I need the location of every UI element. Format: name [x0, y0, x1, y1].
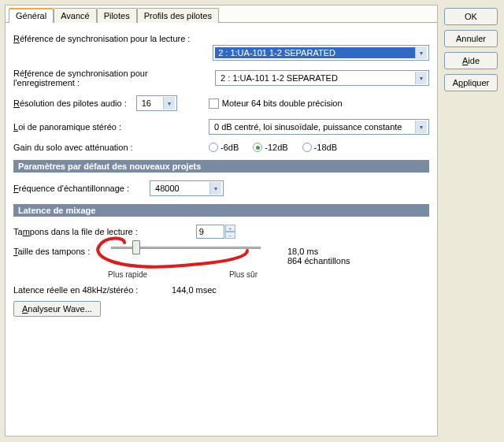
sample-rate-select[interactable]: 48000 ▾	[150, 180, 224, 196]
sample-rate-value: 48000	[152, 183, 209, 194]
cancel-button[interactable]: Annuler	[444, 30, 498, 47]
tab-general-label: Général	[16, 11, 46, 20]
spinner-up-icon[interactable]: +	[225, 225, 235, 232]
main-panel: Général Avancé Pilotes Profils des pilot…	[5, 5, 438, 436]
radio-minus12-label: -12dB	[265, 143, 287, 152]
record-sync-select[interactable]: 2 : 1:UA-101 1-2 SEPARATED ▾	[215, 70, 429, 86]
buffer-size-label: Taille des tampons :	[13, 247, 106, 256]
driver-resolution-value: 16	[139, 98, 163, 109]
radio-minus6[interactable]: -6dB	[209, 143, 239, 152]
buffers-input[interactable]	[196, 225, 224, 239]
tab-advanced-label: Avancé	[61, 11, 90, 20]
buffers-spinner[interactable]: + −	[225, 225, 235, 239]
driver-resolution-label: Résolution des pilotes audio :	[13, 98, 127, 108]
pan-law-value: 0 dB centré, loi sinusoïdale, puissance …	[211, 121, 415, 132]
content-area: Référence de synchronisation pour la lec…	[6, 23, 437, 323]
engine-64bit-label: Moteur 64 bits double précision	[222, 98, 343, 108]
dropdown-icon: ▾	[415, 72, 427, 84]
pan-law-select[interactable]: 0 dB centré, loi sinusoïdale, puissance …	[209, 119, 429, 135]
radio-dot-icon	[302, 143, 312, 152]
latency-ms: 18,0 ms	[287, 247, 350, 256]
apply-button[interactable]: Appliquer	[444, 74, 498, 91]
dropdown-icon: ▾	[415, 46, 427, 59]
dropdown-icon: ▾	[163, 97, 175, 110]
spinner-down-icon[interactable]: −	[225, 232, 235, 239]
radio-dot-icon	[209, 143, 218, 152]
tab-drivers[interactable]: Pilotes	[97, 8, 137, 23]
section-defaults: Paramètres par défaut des nouveaux proje…	[13, 160, 429, 173]
playback-sync-select[interactable]: 2 : 1:UA-101 1-2 SEPARATED ▾	[213, 45, 429, 61]
buffer-size-slider[interactable]	[111, 247, 261, 249]
pan-law-label: Loi de panoramique stéréo :	[13, 122, 121, 132]
driver-resolution-select[interactable]: 16 ▾	[136, 95, 177, 111]
record-sync-value: 2 : 1:UA-101 1-2 SEPARATED	[217, 72, 415, 84]
ok-label: OK	[465, 12, 477, 21]
playback-sync-label: Référence de synchronisation pour la lec…	[13, 34, 190, 43]
real-latency-label: Latence réelle en 48kHz/stéréo :	[13, 285, 167, 295]
tab-drivers-label: Pilotes	[104, 11, 130, 20]
slider-faster-label: Plus rapide	[108, 270, 147, 279]
side-buttons: OK Annuler Aide Appliquer	[444, 8, 498, 91]
help-button[interactable]: Aide	[444, 52, 498, 69]
dropdown-icon: ▾	[209, 182, 221, 195]
ok-button[interactable]: OK	[444, 8, 498, 25]
sample-rate-label: Fréquence d'échantillonnage :	[13, 184, 129, 193]
real-latency-value: 144,0 msec	[172, 285, 217, 295]
latency-samples: 864 échantillons	[287, 256, 350, 266]
tab-driver-profiles-label: Profils des pilotes	[144, 11, 212, 20]
tab-driver-profiles[interactable]: Profils des pilotes	[137, 8, 219, 23]
tabs-bar: Général Avancé Pilotes Profils des pilot…	[6, 6, 437, 23]
tab-advanced[interactable]: Avancé	[54, 8, 97, 23]
radio-dot-icon	[253, 143, 262, 152]
solo-gain-label: Gain du solo avec atténuation :	[13, 143, 133, 152]
radio-minus18[interactable]: -18dB	[302, 143, 337, 152]
radio-minus12[interactable]: -12dB	[253, 143, 287, 152]
cancel-label: Annuler	[456, 34, 486, 43]
radio-minus18-label: -18dB	[314, 143, 337, 152]
apply-label: Appliquer	[453, 78, 490, 87]
record-sync-label: Référence de synchronisation pour l'enre…	[13, 69, 210, 87]
playback-sync-value: 2 : 1:UA-101 1-2 SEPARATED	[215, 47, 415, 58]
tab-general[interactable]: Général	[9, 8, 54, 23]
slider-thumb[interactable]	[132, 240, 140, 254]
buffers-label: Tampons dans la file de lecture :	[13, 227, 138, 236]
wave-profiler-button[interactable]: Analyseur Wave...	[13, 301, 101, 317]
section-latency: Latence de mixage	[13, 204, 429, 217]
slider-safer-label: Plus sûr	[229, 270, 258, 279]
dropdown-icon: ▾	[415, 121, 427, 133]
engine-64bit-checkbox[interactable]	[209, 98, 219, 109]
radio-minus6-label: -6dB	[220, 143, 239, 152]
